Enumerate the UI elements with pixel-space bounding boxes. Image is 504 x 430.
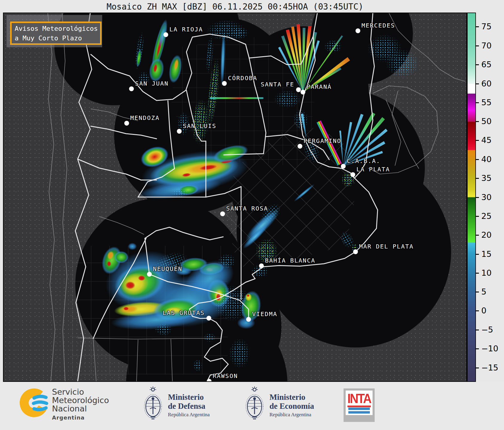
colorbar-tick-mark [476,64,479,65]
ministerio-defensa-logo: Ministerio de Defensa República Argentin… [141,386,231,426]
border-lines [4,13,466,381]
city-label: PERGAMINO [304,137,341,144]
inta-logo: INTA [344,388,375,422]
city-label: SANTA ROSA [226,205,268,212]
colorbar-tick-label: 75 [481,22,491,31]
city-dot [177,129,182,134]
economia-line2: de Economía [269,402,314,411]
city-dot [222,81,227,86]
city-dot [246,317,251,322]
city-dot [147,272,152,277]
colorbar-tick-mark [476,140,479,141]
city-dot [301,90,305,94]
city-label: CÓRDOBA [228,74,257,82]
colorbar-tick-label: 60 [481,79,491,88]
city-dot [207,379,212,382]
smn-logo: Servicio Meteorológico Nacional Argentin… [19,387,120,426]
colorbar-tick-label: 20 [481,230,491,240]
colorbar-tick-mark [476,83,479,84]
colorbar-tick-label: 50 [481,117,491,126]
colorbar-tick-mark [476,197,479,198]
city-dot [220,211,225,216]
coat-of-arms-icon [141,386,165,422]
colorbar-tick-mark [476,235,479,236]
colorbar-tick-mark [476,292,479,292]
colorbar-tick-label: 40 [481,155,491,164]
defensa-line2: de Defensa [168,402,210,411]
colorbar-tick-mark [476,121,479,122]
colorbar-tick-label: −5 [481,325,493,334]
colorbar-tick-mark [476,45,479,46]
colorbar-ticks: 757065605550454035302520151050−5−10−15 [476,13,503,382]
footer: Servicio Meteorológico Nacional Argentin… [0,382,504,430]
colorbar-tick-label: 0 [481,306,486,315]
city-dot [129,86,134,91]
city-label: BAHÍA BLANCA [265,257,315,264]
colorbar-tick-mark [476,216,479,217]
city-label: SAN JUAN [135,80,168,87]
colorbar-tick-mark [476,178,479,179]
city-dot [341,164,346,169]
colorbar-tick-label: 15 [481,249,491,259]
radar-map: LA RIOJAMERCEDESSAN JUANCÓRDOBASANTA FEP… [3,13,467,382]
colorbar-tick-label: 65 [481,60,491,69]
colorbar-tick-mark [476,330,479,330]
city-label: MERCEDES [361,22,395,29]
ministerio-economia-logo: Ministerio de Economía República Argenti… [243,386,332,426]
city-label: LA RIOJA [169,26,203,33]
economia-line1: Ministerio [269,393,314,402]
inta-wordmark: INTA [347,391,371,407]
colorbar-tick-label: −15 [481,363,498,372]
defensa-line1: Ministerio [168,393,210,402]
smn-country: Argentina [52,414,109,422]
colorbar-tick-label: 55 [481,98,491,107]
inta-bar-top [348,408,370,410]
colorbar-tick-label: 45 [481,135,491,145]
colorbar-tick-label: 5 [481,287,486,296]
defensa-sub: República Argentina [168,412,210,418]
colorbar-tick-label: 10 [481,268,491,277]
city-label: C.A.B.A. [347,157,380,164]
warning-line2: a Muy Corto Plazo [15,34,82,42]
city-label: MENDOZA [130,114,160,121]
city-label: NEUQUÉN [153,265,182,272]
city-dot [298,144,302,149]
colorbar-tick-mark [476,368,479,368]
city-dot [296,87,301,92]
smn-name-line2: Meteorológico [52,396,109,405]
colorbar-tick-label: 25 [481,211,491,221]
colorbar-tick-mark [476,254,479,255]
colorbar [467,13,476,382]
colorbar-gradient [468,13,475,381]
smn-name-line1: Servicio [52,388,109,396]
colorbar-tick-mark [476,310,479,311]
city-dot [259,263,264,268]
colorbar-tick-mark [476,102,479,103]
smn-name-line3: Nacional [52,405,109,413]
colorbar-tick-mark [476,348,479,349]
warning-line1: Avisos Meteorológicos [15,25,98,32]
city-dot [163,32,168,37]
colorbar-tick-label: 35 [481,173,491,183]
city-dot [353,249,358,254]
city-label: PARANÁ [307,83,332,90]
city-label: MAR DEL PLATA [359,243,414,250]
smn-logo-icon [19,387,50,418]
economia-sub: República Argentina [269,412,314,418]
coat-of-arms-icon [243,386,266,422]
city-dot [124,121,129,126]
city-label: SAN LUIS [183,122,216,129]
inta-logo-inner: INTA [346,391,373,415]
colorbar-tick-mark [476,273,479,274]
city-label: RAWSON [213,372,238,379]
colorbar-tick-label: −10 [481,344,498,353]
city-label: LAS GRUTAS [163,309,205,316]
colorbar-tick-mark [476,26,479,27]
radar-mosaic-page: Mosaico ZH MAX [dBZ] 06.11.2025 00:45HOA… [0,0,504,430]
city-dot [206,316,211,321]
inta-bar-bottom [348,411,370,414]
colorbar-tick-label: 70 [481,41,491,50]
colorbar-tick-mark [476,159,479,160]
city-dot [350,172,355,177]
warning-box[interactable]: Avisos Meteorológicos a Muy Corto Plazo [10,22,102,45]
